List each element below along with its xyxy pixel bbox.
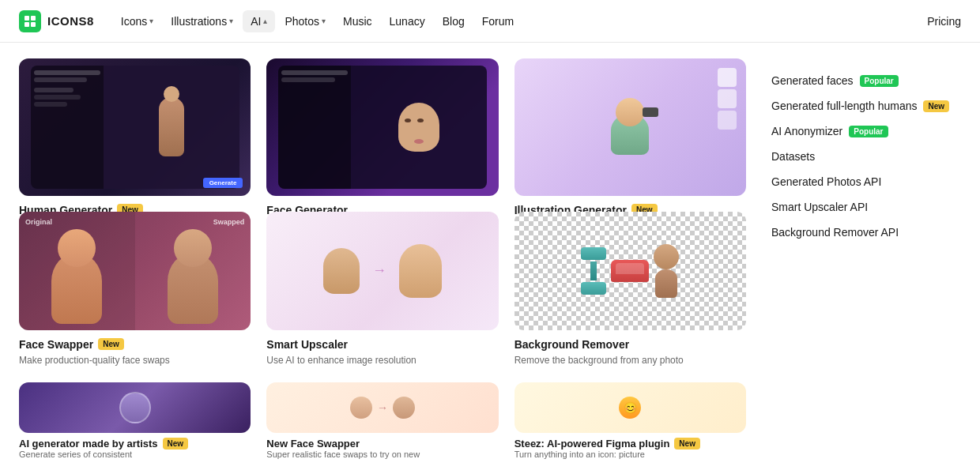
card-title-smart-upscaler: Smart Upscaler xyxy=(266,338,498,351)
badge-new-ai-gen: New xyxy=(163,438,189,450)
sidebar-item-bg-remover-api[interactable]: Background Remover API xyxy=(771,220,961,245)
card-image-steez: 😊 xyxy=(514,382,746,433)
card-desc-new-face-swapper: Super realistic face swaps to try on new xyxy=(266,450,498,459)
card-image-smart-upscaler: → xyxy=(266,212,498,330)
card-title-steez: Steez: AI-powered Figma plugin New xyxy=(514,438,746,450)
svg-rect-1 xyxy=(31,16,36,21)
card-illustration-generator[interactable]: Illustration Generator New Generate seri… xyxy=(514,58,746,196)
grid-row1: Generate Human Generator New Most advanc… xyxy=(19,58,746,196)
card-human-generator[interactable]: Generate Human Generator New Most advanc… xyxy=(19,58,251,196)
logo[interactable]: ICONS8 xyxy=(19,10,94,32)
card-title-face-swapper: Face Swapper New xyxy=(19,338,251,351)
card-steez[interactable]: 😊 Steez: AI-powered Figma plugin New Tur… xyxy=(514,382,746,459)
badge-new-humans: New xyxy=(923,100,949,112)
nav-ai[interactable]: AI ▴ xyxy=(243,10,275,32)
grid-row3: AI generator made by artists New Generat… xyxy=(19,382,746,459)
svg-rect-0 xyxy=(24,16,29,21)
ai-tools-grid: Generate Human Generator New Most advanc… xyxy=(19,58,746,459)
card-image-illustration-generator xyxy=(514,58,746,196)
svg-rect-2 xyxy=(24,22,29,27)
sidebar-item-photos-api[interactable]: Generated Photos API xyxy=(771,169,961,194)
card-ai-generator[interactable]: AI generator made by artists New Generat… xyxy=(19,382,251,459)
nav-forum[interactable]: Forum xyxy=(474,10,522,32)
nav-music[interactable]: Music xyxy=(335,10,380,32)
card-title-new-face-swapper: New Face Swapper xyxy=(266,438,498,450)
grid-row2: Original Swapped Face Swapper New Make p… xyxy=(19,212,746,367)
card-image-background-remover xyxy=(514,212,746,330)
badge-popular-faces: Popular xyxy=(860,75,899,87)
card-new-face-swapper[interactable]: → New Face Swapper Super realistic face … xyxy=(266,382,498,459)
sidebar-label-upscaler-api: Smart Upscaler API xyxy=(771,201,868,213)
chevron-down-icon: ▾ xyxy=(149,17,153,25)
logo-icon xyxy=(19,10,41,32)
sidebar-label-bg-remover-api: Background Remover API xyxy=(771,226,899,239)
card-desc-steez: Turn anything into an icon: picture xyxy=(514,450,746,459)
sidebar-item-datasets[interactable]: Datasets xyxy=(771,144,961,169)
nav-photos[interactable]: Photos ▾ xyxy=(277,10,334,32)
nav-illustrations[interactable]: Illustrations ▾ xyxy=(163,10,241,32)
nav-icons[interactable]: Icons ▾ xyxy=(113,10,161,32)
pricing-link[interactable]: Pricing xyxy=(927,15,961,28)
chevron-down-icon: ▾ xyxy=(229,17,233,25)
badge-popular-anonymizer: Popular xyxy=(849,126,888,137)
badge-new-swapper: New xyxy=(98,338,124,350)
navbar: ICONS8 Icons ▾ Illustrations ▾ AI ▴ Phot… xyxy=(0,0,980,43)
card-desc-face-swapper: Make production-quality face swaps xyxy=(19,354,251,367)
nav-items: Icons ▾ Illustrations ▾ AI ▴ Photos ▾ Mu… xyxy=(113,10,927,32)
logo-text: ICONS8 xyxy=(47,14,94,28)
badge-new-steez: New xyxy=(674,438,700,450)
sidebar-label-full-length: Generated full-length humans xyxy=(771,100,917,112)
card-image-ai-generator xyxy=(19,382,251,433)
sidebar-label-photos-api: Generated Photos API xyxy=(771,175,881,188)
sidebar-item-full-length-humans[interactable]: Generated full-length humans New xyxy=(771,93,961,118)
main-content: Generate Human Generator New Most advanc… xyxy=(0,43,980,474)
card-face-generator[interactable]: Face Generator Generate unique, expressi… xyxy=(266,58,498,196)
card-title-ai-generator: AI generator made by artists New xyxy=(19,438,251,450)
sidebar: Generated faces Popular Generated full-l… xyxy=(771,58,961,459)
nav-blog[interactable]: Blog xyxy=(435,10,473,32)
sidebar-item-generated-faces[interactable]: Generated faces Popular xyxy=(771,68,961,93)
sidebar-label-datasets: Datasets xyxy=(771,150,815,163)
card-background-remover[interactable]: Background Remover Remove the background… xyxy=(514,212,746,367)
card-image-human-generator: Generate xyxy=(19,58,251,196)
card-desc-background-remover: Remove the background from any photo xyxy=(514,354,746,367)
chevron-down-icon: ▾ xyxy=(322,17,326,25)
card-face-swapper[interactable]: Original Swapped Face Swapper New Make p… xyxy=(19,212,251,367)
chevron-down-icon: ▴ xyxy=(263,17,267,25)
sidebar-label-anonymizer: AI Anonymizer xyxy=(771,125,842,137)
svg-rect-3 xyxy=(31,22,36,27)
card-desc-smart-upscaler: Use AI to enhance image resolution xyxy=(266,354,498,367)
card-title-background-remover: Background Remover xyxy=(514,338,746,351)
card-desc-ai-generator: Generate series of consistent xyxy=(19,450,251,459)
sidebar-item-ai-anonymizer[interactable]: AI Anonymizer Popular xyxy=(771,118,961,144)
sidebar-item-upscaler-api[interactable]: Smart Upscaler API xyxy=(771,194,961,220)
card-image-face-generator xyxy=(266,58,498,196)
card-smart-upscaler[interactable]: → Smart Upscaler Use AI to enhance image… xyxy=(266,212,498,367)
card-image-new-face-swapper: → xyxy=(266,382,498,433)
nav-lunacy[interactable]: Lunacy xyxy=(382,10,433,32)
card-image-face-swapper: Original Swapped xyxy=(19,212,251,330)
sidebar-label-generated-faces: Generated faces xyxy=(771,74,854,87)
